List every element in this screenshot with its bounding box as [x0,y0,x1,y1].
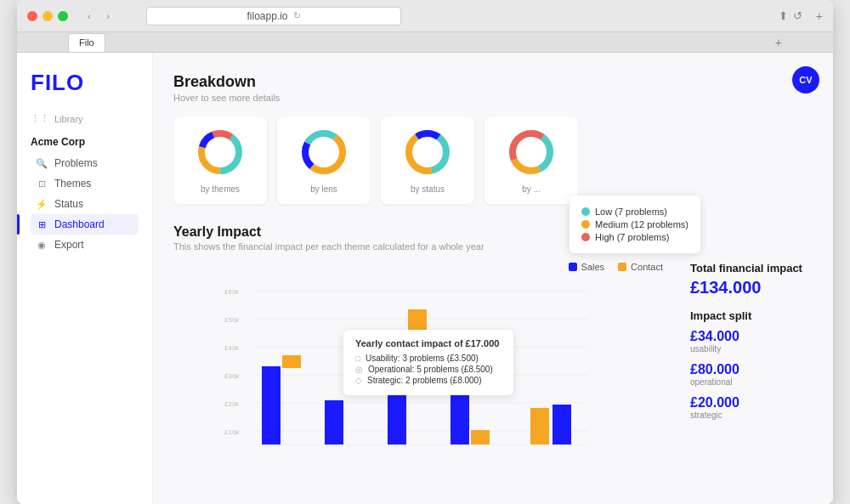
donut-card-lens[interactable]: by lens [277,116,371,204]
impact-label-usability: usability [690,344,813,354]
nav-buttons: ‹ › [82,8,116,24]
reload-icon[interactable]: ↺ [793,9,802,22]
bar-tooltip-row-3-text: Strategic: 2 problems (£8.000) [367,376,482,385]
impact-value-strategic: £20.000 [690,395,813,411]
tooltip-label-high: High (7 problems) [595,232,669,242]
traffic-lights [27,11,68,21]
donut-card-themes[interactable]: by themes [173,116,267,204]
sidebar-label-problems: Problems [54,157,98,169]
donut-label-other: by ... [522,184,541,194]
refresh-icon[interactable]: ↻ [293,10,301,21]
bar-tooltip-row-3: ◇ Strategic: 2 problems (£8.000) [355,376,502,385]
maximize-button[interactable] [58,11,68,21]
minimize-button[interactable] [42,11,53,21]
bar-sales-1[interactable] [262,366,280,445]
new-tab-button[interactable]: + [816,9,823,23]
legend-label-contact: Contact [631,262,663,272]
breakdown-subtitle: Hover to see more details [173,93,813,103]
legend-label-sales: Sales [581,262,605,272]
legend-dot-sales [569,263,577,271]
bar-contact-1[interactable] [282,355,301,368]
browser-tab[interactable]: Filo [68,33,105,52]
problems-icon: 🔍 [36,158,48,169]
bar-contact-5[interactable] [530,408,549,445]
impact-split-title: Impact split [690,309,813,322]
total-impact-title: Total financial impact [690,262,813,275]
tooltip-label-medium: Medium (12 problems) [595,219,688,229]
strategic-icon: ◇ [355,376,362,385]
bar-sales-2[interactable] [325,400,343,445]
app-container: FILO ⋮⋮ Library Acme Corp 🔍 Problems ⊡ T… [17,53,833,504]
donut-card-status[interactable]: by status [381,116,474,204]
close-button[interactable] [27,11,37,21]
main-content: CV Breakdown Hover to see more details [153,53,833,504]
bar-tooltip-title: Yearly contact impact of £17.000 [355,338,502,348]
sidebar-item-export[interactable]: ◉ Export [31,235,139,255]
tab-label: Filo [79,37,94,48]
svg-text:£50k: £50k [224,316,240,324]
url-text: filoapp.io [246,10,287,22]
bar-contact-3[interactable] [408,309,427,332]
browser-titlebar: ‹ › filoapp.io ↻ ⬆ ↺ + [17,0,833,32]
sidebar-label-export: Export [54,239,84,251]
donut-tooltip: Low (7 problems) Medium (12 problems) Hi… [570,195,700,253]
tooltip-dot-low [581,207,590,216]
forward-button[interactable]: › [100,8,116,24]
sidebar-item-dashboard[interactable]: ⊞ Dashboard [31,214,139,235]
sidebar-item-themes[interactable]: ⊡ Themes [31,173,139,194]
right-panel: Total financial impact £134.000 Impact s… [677,262,813,449]
export-icon: ◉ [36,240,48,251]
impact-item-operational: £80.000 operational [690,362,813,387]
breakdown-title: Breakdown [173,73,813,91]
bar-tooltip: Yearly contact impact of £17.000 □ Usabi… [343,330,513,395]
share-icon[interactable]: ⬆ [779,9,788,22]
add-tab-button[interactable]: + [775,36,782,49]
sidebar: FILO ⋮⋮ Library Acme Corp 🔍 Problems ⊡ T… [17,53,153,504]
donut-cards: by themes by lens [173,116,813,204]
tooltip-dot-high [581,233,590,241]
tooltip-item-high: High (7 problems) [581,232,688,242]
sidebar-label-status: Status [54,198,83,210]
svg-text:£10k: £10k [224,428,240,436]
svg-text:£30k: £30k [224,372,240,380]
chart-area: Sales Contact £60k [173,262,813,449]
donut-label-status: by status [411,184,445,194]
library-section: ⋮⋮ Library [31,113,139,124]
bar-tooltip-row-1: □ Usability: 3 problems (£3.500) [355,354,502,363]
chart-container: £60k £50k £40k £30k £20k £10k [173,279,663,449]
library-label: Library [54,114,83,124]
bar-contact-4[interactable] [471,430,490,445]
chart-legend: Sales Contact [173,262,663,272]
sidebar-item-status[interactable]: ⚡ Status [31,194,139,214]
breakdown-section: Breakdown Hover to see more details [173,73,813,204]
donut-chart-status [402,127,453,178]
donut-chart-other [506,127,557,178]
logo: FILO [31,70,139,96]
donut-chart-themes [195,127,246,178]
themes-icon: ⊡ [36,178,48,190]
user-avatar[interactable]: CV [792,66,819,93]
svg-text:£60k: £60k [224,288,240,296]
chart-left: Sales Contact £60k [173,262,663,449]
impact-item-strategic: £20.000 strategic [690,395,813,420]
svg-text:£20k: £20k [224,400,240,408]
address-bar[interactable]: filoapp.io ↻ [146,7,401,25]
status-icon: ⚡ [36,199,48,210]
browser-tab-bar: Filo + [17,32,833,53]
back-button[interactable]: ‹ [82,8,97,24]
donut-card-other[interactable]: by ... [484,116,578,204]
impact-label-strategic: strategic [690,411,813,420]
donut-chart-lens [298,127,349,178]
sidebar-item-problems[interactable]: 🔍 Problems [31,153,139,173]
bar-tooltip-row-1-text: Usability: 3 problems (£3.500) [366,354,479,363]
legend-sales: Sales [569,262,605,272]
yearly-impact-title: Yearly Impact [173,224,813,240]
bar-tooltip-row-2-text: Operational: 5 problems (£8.500) [368,365,493,374]
impact-value-operational: £80.000 [690,362,813,377]
tooltip-label-low: Low (7 problems) [595,207,667,217]
bar-sales-5[interactable] [552,405,571,445]
impact-item-usability: £34.000 usability [690,329,813,354]
tooltip-item-medium: Medium (12 problems) [581,219,688,229]
operational-icon: ◎ [355,365,363,374]
total-impact-value: £134.000 [690,278,813,297]
